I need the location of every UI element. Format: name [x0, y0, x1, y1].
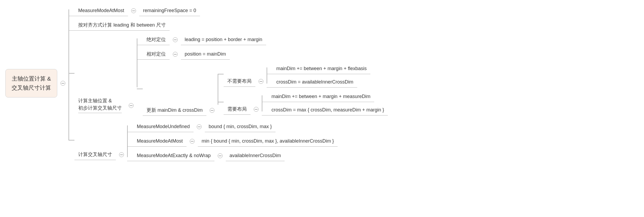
node-need-layout: 需要布局 mainDim += between + margin + measu…	[218, 91, 388, 115]
node-leaf[interactable]: leading = position + border + margin	[181, 34, 266, 45]
collapse-toggle[interactable]	[131, 8, 136, 13]
collapse-toggle[interactable]	[173, 52, 178, 57]
node-alignment-calc: 按对齐方式计算 leading 和 between 尺寸	[69, 20, 388, 31]
collapse-toggle[interactable]	[60, 81, 65, 86]
level3-branch-sub3: 不需要布局 mainDim += between + margin + flex…	[218, 63, 388, 115]
collapse-toggle[interactable]	[259, 79, 263, 84]
node-no-layout: 不需要布局 mainDim += between + margin + flex…	[218, 63, 388, 88]
level4-branch-a: mainDim += between + margin + flexbasis …	[267, 63, 370, 88]
node-leaf[interactable]: remainingFreeSpace = 0	[139, 5, 200, 16]
node-label[interactable]: MeasureModeAtMost	[133, 136, 187, 147]
leaf-b2: crossDim = max { crossDim, measureDim + …	[262, 105, 388, 115]
node-label[interactable]: MeasureModeAtExactly & noWrap	[133, 150, 214, 161]
collapse-toggle[interactable]	[218, 153, 223, 158]
node-leaf[interactable]: position = mainDim	[181, 49, 230, 60]
collapse-toggle[interactable]	[190, 139, 195, 144]
root-node[interactable]: 主轴位置计算 & 交叉轴尺寸计算	[5, 69, 57, 97]
root-line2: 交叉轴尺寸计算	[12, 85, 51, 91]
node-label-l1: 计算主轴位置 &	[78, 98, 112, 103]
node-leaf[interactable]: crossDim = max { crossDim, measureDim + …	[268, 105, 388, 115]
level2-branch-c3: 绝对定位 leading = position + border + margi…	[137, 34, 388, 115]
node-label[interactable]: 需要布局	[224, 104, 251, 115]
node-label[interactable]: 计算交叉轴尺寸	[74, 149, 116, 160]
node-absolute-pos: 绝对定位 leading = position + border + margi…	[137, 34, 388, 45]
node-label-l2: 初步计算交叉轴尺寸	[78, 105, 122, 111]
node-main-axis-calc: 计算主轴位置 & 初步计算交叉轴尺寸 绝对定位 leading = positi…	[69, 34, 388, 115]
node-label[interactable]: MeasureModeAtMost	[74, 5, 128, 16]
leaf-a2: crossDim = availableInnerCrossDim	[267, 77, 370, 88]
node-leaf[interactable]: availableInnerCrossDim	[226, 150, 285, 161]
root-line1: 主轴位置计算 &	[12, 75, 51, 82]
collapse-toggle[interactable]	[197, 124, 202, 129]
node-label[interactable]: 不需要布局	[224, 76, 255, 87]
node-label[interactable]: MeasureModeUndefined	[133, 121, 194, 132]
collapse-toggle[interactable]	[173, 37, 178, 42]
node-label[interactable]: 绝对定位	[143, 34, 170, 45]
collapse-toggle[interactable]	[119, 152, 124, 157]
node-leaf[interactable]: bound { min, crossDim, max }	[205, 121, 276, 132]
node-mode-undefined: MeasureModeUndefined bound { min, crossD…	[127, 121, 338, 132]
node-measure-at-most-root: MeasureModeAtMost remainingFreeSpace = 0	[69, 5, 388, 16]
node-relative-pos: 相对定位 position = mainDim	[137, 49, 388, 60]
node-leaf[interactable]: mainDim += between + margin + measureDim	[268, 91, 374, 102]
collapse-toggle[interactable]	[254, 107, 259, 112]
node-update-dims: 更新 mainDim & crossDim 不需要布局	[137, 63, 388, 115]
node-label[interactable]: 相对定位	[143, 49, 170, 60]
node-label[interactable]: 更新 mainDim & crossDim	[143, 105, 206, 116]
level1-branch: MeasureModeAtMost remainingFreeSpace = 0…	[69, 5, 388, 161]
leaf-a1: mainDim += between + margin + flexbasis	[267, 63, 370, 74]
collapse-toggle[interactable]	[210, 108, 214, 113]
leaf-b1: mainDim += between + margin + measureDim	[262, 91, 388, 102]
node-leaf[interactable]: crossDim = availableInnerCrossDim	[273, 77, 357, 88]
node-mode-atmost: MeasureModeAtMost min { bound { min, cro…	[127, 136, 338, 147]
node-cross-axis-calc: 计算交叉轴尺寸 MeasureModeUndefined bound { min…	[69, 121, 388, 161]
collapse-toggle[interactable]	[129, 103, 134, 108]
node-leaf[interactable]: min { bound { min, crossDim, max }, avai…	[198, 136, 338, 147]
level2-branch-c4: MeasureModeUndefined bound { min, crossD…	[127, 121, 338, 161]
node-mode-exactly: MeasureModeAtExactly & noWrap availableI…	[127, 150, 338, 161]
mindmap-root-row: 主轴位置计算 & 交叉轴尺寸计算 MeasureModeAtMost remai…	[5, 5, 639, 161]
node-leaf[interactable]: mainDim += between + margin + flexbasis	[273, 63, 370, 74]
node-label[interactable]: 按对齐方式计算 leading 和 between 尺寸	[74, 20, 170, 31]
node-label-wrap[interactable]: 计算主轴位置 & 初步计算交叉轴尺寸	[74, 66, 126, 85]
level4-branch-b: mainDim += between + margin + measureDim…	[262, 91, 388, 115]
